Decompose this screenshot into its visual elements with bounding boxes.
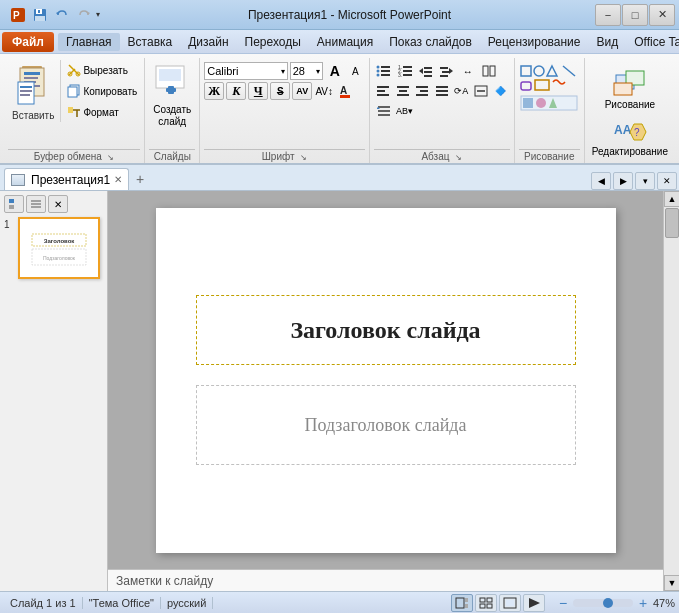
font-grow-button[interactable]: A [325, 62, 344, 80]
tab-dropdown[interactable]: ▾ [635, 172, 655, 190]
redo-button[interactable] [74, 5, 94, 25]
new-slide-button[interactable]: Создатьслайд [149, 62, 195, 130]
indent-decrease-button[interactable] [416, 62, 436, 80]
scroll-thumb[interactable] [665, 208, 679, 238]
reading-view-button[interactable] [499, 594, 521, 612]
underline-button[interactable]: Ч [248, 82, 268, 100]
svg-rect-89 [31, 200, 41, 202]
cut-button[interactable]: Вырезать [64, 60, 140, 80]
panel-view-btn1[interactable] [4, 195, 24, 213]
svg-rect-100 [480, 598, 485, 602]
align-text-button[interactable] [472, 82, 491, 100]
tab-close-all[interactable]: ✕ [657, 172, 677, 190]
svg-rect-47 [424, 71, 432, 73]
menu-review[interactable]: Рецензирование [480, 33, 589, 51]
svg-marker-7 [86, 11, 90, 15]
editing-button[interactable]: AА ? Редактирование [586, 117, 674, 160]
svg-rect-57 [377, 94, 389, 96]
svg-point-37 [376, 74, 379, 77]
font-shrink-button[interactable]: A [346, 62, 365, 80]
clipboard-expand-icon[interactable]: ↘ [107, 153, 114, 162]
svg-rect-77 [521, 82, 531, 90]
font-color-button[interactable]: A [336, 82, 356, 100]
arrange-button[interactable]: Рисование [599, 64, 661, 113]
zoom-plus-button[interactable]: + [635, 595, 651, 611]
slide-thumb-image: Заголовок Подзаголовок [18, 217, 100, 279]
document-tab-presentation1[interactable]: Презентация1 ✕ [4, 168, 129, 190]
slide-subtitle-placeholder[interactable]: Подзаголовок слайда [196, 385, 576, 465]
italic-button[interactable]: К [226, 82, 246, 100]
slide-thumbnail-1[interactable]: 1 Заголовок Подзаголовок [4, 217, 103, 279]
panel-view-btn2[interactable] [26, 195, 46, 213]
menu-file[interactable]: Файл [2, 32, 54, 52]
smartart-button[interactable]: 🔷 [491, 82, 510, 100]
font-size-combo[interactable]: 28 ▾ [290, 62, 324, 80]
svg-rect-49 [440, 67, 448, 69]
svg-rect-103 [487, 604, 492, 608]
bold-button[interactable]: Ж [204, 82, 224, 100]
svg-marker-52 [449, 68, 453, 74]
menu-view[interactable]: Вид [589, 33, 627, 51]
indent-increase-button[interactable] [437, 62, 457, 80]
scroll-up-button[interactable]: ▲ [664, 191, 679, 207]
menu-animation[interactable]: Анимация [309, 33, 381, 51]
svg-point-33 [376, 66, 379, 69]
svg-marker-6 [56, 11, 60, 15]
text-direction-button[interactable]: ⟳A [452, 82, 471, 100]
close-button[interactable]: ✕ [649, 4, 675, 26]
menu-design[interactable]: Дизайн [180, 33, 236, 51]
right-scrollbar[interactable]: ▲ ▼ [663, 191, 679, 591]
zoom-minus-button[interactable]: − [555, 595, 571, 611]
shadow-button[interactable]: AV [292, 82, 312, 100]
menu-home[interactable]: Главная [58, 33, 120, 51]
undo-button[interactable] [52, 5, 72, 25]
tab-scroll-left[interactable]: ◀ [591, 172, 611, 190]
paste-button[interactable]: Вставить [8, 60, 58, 123]
new-tab-button[interactable]: + [129, 168, 151, 190]
menu-officetab[interactable]: Office Tab [626, 33, 679, 51]
line-spacing-button[interactable] [374, 102, 394, 120]
menu-slideshow[interactable]: Показ слайдов [381, 33, 480, 51]
minimize-button[interactable]: − [595, 4, 621, 26]
clipboard-group: Вставить Вырезать [4, 58, 145, 163]
text-direction2-button[interactable]: AB▾ [395, 102, 415, 120]
align-left-button[interactable] [374, 82, 393, 100]
align-center-button[interactable] [393, 82, 412, 100]
format-painter-button[interactable]: Формат [64, 102, 140, 122]
save-button[interactable] [30, 5, 50, 25]
qat-dropdown[interactable]: ▾ [96, 10, 100, 19]
char-spacing-button[interactable]: AV↕ [314, 82, 334, 100]
tab-close-button[interactable]: ✕ [114, 174, 122, 185]
align-right-button[interactable] [413, 82, 432, 100]
font-name-combo[interactable]: Calibri ▾ [204, 62, 287, 80]
scroll-down-button[interactable]: ▼ [664, 575, 679, 591]
strikethrough-button[interactable]: S [270, 82, 290, 100]
scroll-track[interactable] [664, 207, 679, 575]
zoom-slider[interactable] [573, 599, 633, 607]
numbering-button[interactable]: 1. 2. 3. [395, 62, 415, 80]
svg-rect-101 [487, 598, 492, 602]
arrange-label: Рисование [605, 99, 655, 110]
slideshow-button[interactable] [523, 594, 545, 612]
rtl-button[interactable]: ↔ [458, 62, 478, 80]
bullets-button[interactable] [374, 62, 394, 80]
normal-view-button[interactable] [451, 594, 473, 612]
font-expand-icon[interactable]: ↘ [300, 153, 307, 162]
svg-rect-28 [159, 69, 181, 81]
menu-insert[interactable]: Вставка [120, 33, 181, 51]
panel-close-btn[interactable]: ✕ [48, 195, 68, 213]
slide-sorter-button[interactable] [475, 594, 497, 612]
shapes-gallery[interactable] [519, 64, 579, 119]
tab-scroll-right[interactable]: ▶ [613, 172, 633, 190]
menu-transitions[interactable]: Переходы [237, 33, 309, 51]
copy-button[interactable]: Копировать [64, 81, 140, 101]
paragraph-expand-icon[interactable]: ↘ [455, 153, 462, 162]
notes-bar[interactable]: Заметки к слайду [108, 569, 663, 591]
svg-rect-61 [416, 86, 428, 88]
maximize-button[interactable]: □ [622, 4, 648, 26]
justify-button[interactable] [432, 82, 451, 100]
slide-title-placeholder[interactable]: Заголовок слайда [196, 295, 576, 365]
svg-text:?: ? [634, 127, 640, 138]
columns-button[interactable] [479, 62, 499, 80]
svg-rect-87 [9, 199, 14, 203]
